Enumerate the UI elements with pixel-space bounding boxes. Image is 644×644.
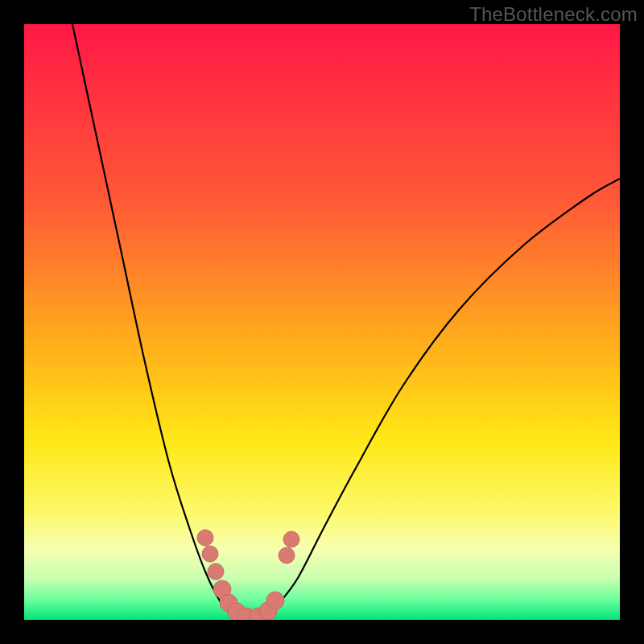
plot-area [24,24,620,620]
chart-svg [24,24,620,620]
valley-marker [197,530,213,546]
chart-frame: TheBottleneck.com [0,0,644,644]
valley-marker [279,547,295,564]
watermark-text: TheBottleneck.com [469,3,638,26]
valley-marker [283,531,299,547]
valley-marker [266,592,284,609]
valley-marker [202,546,218,562]
valley-marker [208,564,224,580]
